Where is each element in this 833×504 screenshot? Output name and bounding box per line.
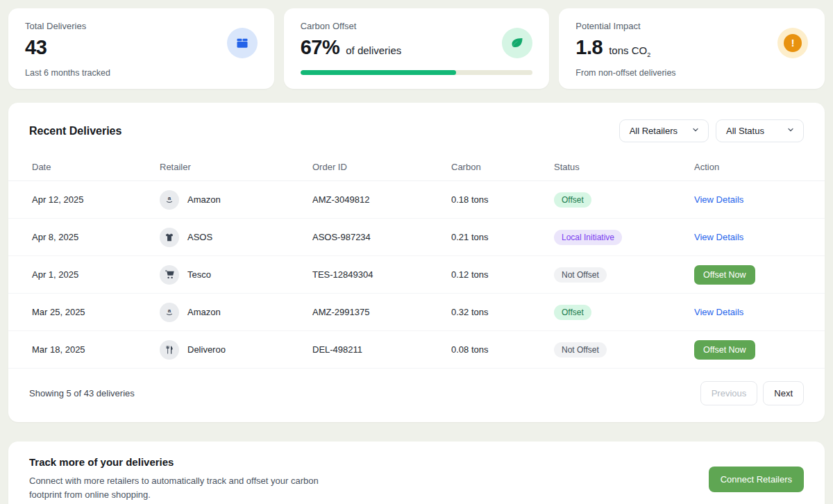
alert-glyph: ! xyxy=(784,34,802,52)
view-details-link[interactable]: View Details xyxy=(694,232,743,242)
cell-date: Apr 12, 2025 xyxy=(32,194,160,205)
cell-date: Apr 1, 2025 xyxy=(32,269,160,280)
chevron-down-icon xyxy=(786,126,795,136)
offset-now-button[interactable]: Offset Now xyxy=(694,265,755,285)
table-header-row: Date Retailer Order ID Carbon Status Act… xyxy=(8,153,825,181)
stat-label: Total Deliveries xyxy=(25,21,258,31)
next-page-button[interactable]: Next xyxy=(763,381,804,405)
cell-carbon: 0.32 tons xyxy=(451,307,554,317)
stat-card-total-deliveries: Total Deliveries 43 Last 6 months tracke… xyxy=(8,8,274,89)
stat-value: 67% xyxy=(301,36,340,59)
cell-retailer-name: ASOS xyxy=(187,232,212,242)
cell-carbon: 0.12 tons xyxy=(451,269,554,280)
carbon-progress-fill xyxy=(301,70,456,75)
stat-caption: Last 6 months tracked xyxy=(25,68,258,78)
table-row: Mar 18, 2025 Deliveroo DEL xyxy=(8,331,825,369)
alert-icon: ! xyxy=(777,28,808,58)
status-badge: Not Offset xyxy=(554,342,607,358)
table-body: Apr 12, 2025 a Amazon AMZ-3049812 0.18 t… xyxy=(8,181,825,369)
table-title: Recent Deliveries xyxy=(29,125,121,137)
retailer-filter-value: All Retailers xyxy=(630,126,678,136)
connect-retailers-button[interactable]: Connect Retailers xyxy=(709,467,804,492)
cell-order-id: ASOS-987234 xyxy=(312,232,451,242)
cart-icon xyxy=(160,265,179,285)
cta-title: Track more of your deliveries xyxy=(29,456,342,468)
recent-deliveries-card: Recent Deliveries All Retailers All Stat… xyxy=(8,103,825,422)
view-details-link[interactable]: View Details xyxy=(694,194,743,205)
table-row: Apr 8, 2025 ASOS ASOS-987234 0.21 tons L… xyxy=(8,219,825,256)
column-header-order-id: Order ID xyxy=(312,162,451,172)
cell-date: Mar 25, 2025 xyxy=(32,307,160,317)
previous-page-button[interactable]: Previous xyxy=(700,381,758,405)
stat-label: Potential Impact xyxy=(575,21,808,31)
stat-unit: tons CO2 xyxy=(609,44,650,58)
stat-suffix: of deliveries xyxy=(346,44,401,56)
status-badge: Not Offset xyxy=(554,267,607,283)
cell-carbon: 0.18 tons xyxy=(451,194,554,205)
cell-order-id: TES-12849304 xyxy=(312,269,451,280)
column-header-retailer: Retailer xyxy=(160,162,312,172)
cell-carbon: 0.08 tons xyxy=(451,344,554,355)
cell-retailer-name: Deliveroo xyxy=(187,344,226,355)
column-header-carbon: Carbon xyxy=(451,162,554,172)
cta-description: Connect with more retailers to automatic… xyxy=(29,474,342,502)
table-row: Mar 25, 2025 a Amazon AMZ-2991375 0.32 t… xyxy=(8,294,825,331)
table-row: Apr 1, 2025 Tesco TES-12849304 0.12 tons… xyxy=(8,256,825,294)
svg-text:a: a xyxy=(168,308,171,314)
cell-retailer-name: Tesco xyxy=(187,269,211,280)
cell-date: Apr 8, 2025 xyxy=(32,232,160,242)
svg-text:a: a xyxy=(168,195,171,201)
amazon-icon: a xyxy=(160,303,179,322)
carbon-progress-bar xyxy=(301,70,533,75)
column-header-action: Action xyxy=(694,162,801,172)
offset-now-button[interactable]: Offset Now xyxy=(694,340,755,360)
cell-retailer-name: Amazon xyxy=(187,194,221,205)
cell-carbon: 0.21 tons xyxy=(451,232,554,242)
cell-retailer-name: Amazon xyxy=(187,307,221,317)
stat-card-potential-impact: Potential Impact 1.8 tons CO2 From non-o… xyxy=(559,8,825,89)
pagination-summary: Showing 5 of 43 deliveries xyxy=(29,388,135,398)
column-header-status: Status xyxy=(554,162,694,172)
package-icon xyxy=(227,28,258,58)
retailer-filter-select[interactable]: All Retailers xyxy=(619,119,709,142)
utensils-icon xyxy=(160,340,179,360)
cell-date: Mar 18, 2025 xyxy=(32,344,160,355)
status-badge: Local Initiative xyxy=(554,230,622,245)
cell-order-id: AMZ-2991375 xyxy=(312,307,451,317)
stats-row: Total Deliveries 43 Last 6 months tracke… xyxy=(8,8,825,89)
cell-order-id: DEL-498211 xyxy=(312,344,451,355)
status-badge: Offset xyxy=(554,192,591,208)
leaf-icon xyxy=(502,28,532,58)
chevron-down-icon xyxy=(691,126,700,136)
stat-label: Carbon Offset xyxy=(301,21,533,31)
view-details-link[interactable]: View Details xyxy=(694,307,743,317)
cell-order-id: AMZ-3049812 xyxy=(312,194,451,205)
status-filter-value: All Status xyxy=(726,126,764,136)
amazon-icon: a xyxy=(160,190,179,210)
column-header-date: Date xyxy=(32,162,160,172)
dashboard-page: Total Deliveries 43 Last 6 months tracke… xyxy=(0,0,833,504)
stat-card-carbon-offset: Carbon Offset 67% of deliveries xyxy=(284,8,550,89)
connect-retailers-cta: Track more of your deliveries Connect wi… xyxy=(8,442,825,504)
status-badge: Offset xyxy=(554,305,591,320)
stat-caption: From non-offset deliveries xyxy=(575,68,808,78)
stat-value: 43 xyxy=(25,36,47,59)
shirt-icon xyxy=(160,228,179,247)
status-filter-select[interactable]: All Status xyxy=(716,119,804,142)
stat-value: 1.8 xyxy=(575,36,603,59)
table-row: Apr 12, 2025 a Amazon AMZ-3049812 0.18 t… xyxy=(8,181,825,219)
